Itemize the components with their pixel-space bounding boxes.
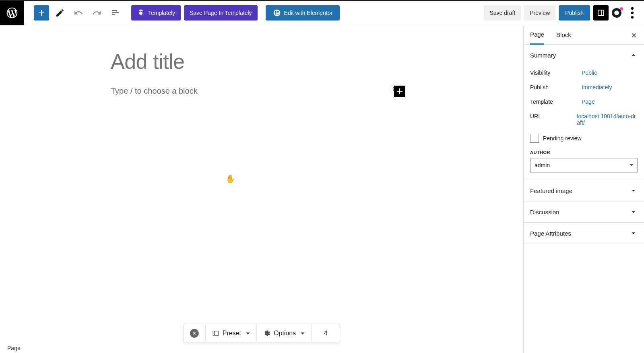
author-select[interactable]: admin <box>530 158 638 172</box>
float-close-segment <box>184 324 206 343</box>
chevron-down-icon <box>301 332 305 335</box>
svg-point-7 <box>631 12 634 14</box>
summary-panel: Summary Visibility Public Publish Immedi… <box>524 45 644 180</box>
save-templately-button[interactable]: Save Page In Templately <box>184 5 258 21</box>
add-block-inline-button[interactable] <box>394 86 405 97</box>
wordpress-logo[interactable] <box>0 1 24 25</box>
list-view-icon <box>111 8 120 18</box>
url-row: URL localhost:10014/auto-draft/ <box>530 109 638 130</box>
featured-image-panel: Featured image <box>524 180 644 201</box>
editor-canvas: Type / to choose a block ✋ <box>0 25 523 353</box>
close-icon <box>630 32 638 39</box>
chevron-down-icon <box>630 229 638 237</box>
x-icon <box>192 331 197 336</box>
summary-panel-header[interactable]: Summary <box>524 45 644 66</box>
chevron-up-icon <box>630 51 638 59</box>
svg-rect-10 <box>215 331 219 336</box>
discussion-header[interactable]: Discussion <box>524 201 644 222</box>
plus-icon <box>37 8 46 18</box>
preset-dropdown[interactable]: Preset <box>206 324 257 343</box>
svg-rect-3 <box>277 12 279 13</box>
template-value[interactable]: Page <box>582 99 595 105</box>
undo-button[interactable] <box>71 5 86 21</box>
author-select-wrap: admin <box>530 158 638 172</box>
footer-breadcrumb: Page <box>0 343 28 353</box>
featured-image-title: Featured image <box>530 187 572 194</box>
ea-plugin-badge[interactable] <box>612 8 621 18</box>
toolbar-right-group: Save draft Preview Publish <box>484 5 640 21</box>
top-toolbar: Templately Save Page In Templately Edit … <box>0 0 644 25</box>
sidebar-tabs: Page Block <box>524 25 644 45</box>
hand-cursor-icon: ✋ <box>225 174 235 184</box>
svg-rect-2 <box>277 11 279 12</box>
breadcrumb-label[interactable]: Page <box>7 345 21 351</box>
save-templately-label: Save Page In Templately <box>190 10 252 16</box>
url-value[interactable]: localhost:10014/auto-draft/ <box>577 113 638 126</box>
visibility-value[interactable]: Public <box>582 70 597 76</box>
content-wrapper: Type / to choose a block ✋ Page Block Su… <box>0 25 644 353</box>
document-overview-button[interactable] <box>108 5 123 21</box>
ea-icon <box>614 10 619 16</box>
pending-review-checkbox[interactable] <box>530 134 539 143</box>
template-row: Template Page <box>530 94 638 109</box>
preset-label: Preset <box>223 330 241 337</box>
redo-icon <box>92 8 102 18</box>
publish-row: Publish Immediately <box>530 80 638 94</box>
float-value[interactable]: 4 <box>312 324 340 343</box>
template-label: Template <box>530 99 582 105</box>
undo-icon <box>74 8 83 18</box>
discussion-title: Discussion <box>530 209 559 215</box>
templately-label: Templately <box>148 10 175 16</box>
options-dropdown[interactable]: Options <box>257 324 312 343</box>
publish-label: Publish <box>565 10 584 16</box>
edit-elementor-label: Edit with Elementor <box>284 10 333 16</box>
templately-button[interactable]: Templately <box>131 5 181 21</box>
page-attributes-panel: Page Attributes <box>524 223 644 244</box>
url-label: URL <box>530 113 577 119</box>
publish-label: Publish <box>530 84 582 90</box>
sidebar-icon <box>596 8 606 18</box>
close-sidebar-button[interactable] <box>629 30 639 42</box>
page-attributes-title: Page Attributes <box>530 230 571 237</box>
summary-panel-body: Visibility Public Publish Immediately Te… <box>524 66 644 180</box>
svg-rect-4 <box>277 14 279 14</box>
svg-point-6 <box>631 7 634 10</box>
default-block-row: Type / to choose a block <box>111 86 400 96</box>
svg-rect-1 <box>275 11 276 14</box>
publish-value[interactable]: Immediately <box>582 84 612 90</box>
author-heading: AUTHOR <box>530 150 638 155</box>
pending-review-label: Pending review <box>543 135 582 142</box>
tab-block[interactable]: Block <box>556 25 571 45</box>
notification-dot <box>620 7 623 10</box>
tools-button[interactable] <box>52 5 68 21</box>
preview-button[interactable]: Preview <box>524 5 555 21</box>
elementor-icon <box>273 9 281 17</box>
plus-icon <box>395 86 405 96</box>
tab-page[interactable]: Page <box>530 25 544 45</box>
floating-toolbar: Preset Options 4 <box>183 324 340 343</box>
save-draft-button[interactable]: Save draft <box>484 5 521 21</box>
discussion-panel: Discussion <box>524 201 644 223</box>
preview-label: Preview <box>530 10 550 16</box>
save-draft-label: Save draft <box>489 10 515 16</box>
chevron-down-icon <box>246 332 250 335</box>
toolbar-left-group: Templately Save Page In Templately Edit … <box>34 5 340 21</box>
more-vertical-icon <box>625 5 640 21</box>
page-attributes-header[interactable]: Page Attributes <box>524 223 644 244</box>
pending-review-row: Pending review <box>530 134 638 143</box>
templately-icon <box>137 9 145 17</box>
chevron-down-icon <box>630 208 638 216</box>
post-title-input[interactable] <box>111 49 400 74</box>
block-placeholder-text[interactable]: Type / to choose a block <box>111 86 400 96</box>
svg-point-5 <box>614 10 619 15</box>
svg-point-8 <box>631 16 634 18</box>
settings-panel-toggle[interactable] <box>593 5 609 21</box>
featured-image-header[interactable]: Featured image <box>524 180 644 201</box>
publish-button[interactable]: Publish <box>559 5 590 21</box>
redo-button[interactable] <box>89 5 105 21</box>
float-close-button[interactable] <box>190 329 199 338</box>
editor-inner: Type / to choose a block <box>111 49 400 96</box>
toggle-block-inserter-button[interactable] <box>34 5 49 21</box>
more-options-button[interactable] <box>625 5 640 21</box>
edit-elementor-button[interactable]: Edit with Elementor <box>266 5 340 21</box>
